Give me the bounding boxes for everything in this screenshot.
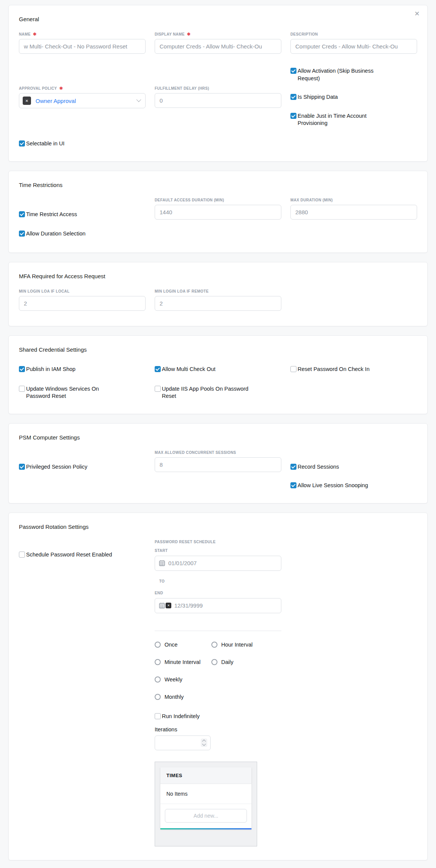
min-login-loa-local-input[interactable]: [19, 296, 146, 311]
psm-card: PSM Computer Settings Privileged Session…: [8, 423, 428, 503]
section-title-shared-credential: Shared Credential Settings: [19, 346, 417, 353]
default-access-duration-field-group: DEFAULT ACCESS DURATION (MIN): [155, 198, 281, 220]
iterations-input[interactable]: [155, 736, 193, 750]
end-date-value: 12/31/9999: [174, 602, 203, 609]
min-login-loa-remote-input[interactable]: [155, 296, 281, 311]
checkbox-schedule-password-reset[interactable]: Schedule Password Reset Enabled: [19, 551, 146, 559]
radio-once[interactable]: Once: [155, 642, 211, 648]
checkbox-is-shipping-data[interactable]: Is Shipping Data: [290, 94, 417, 101]
checkbox-icon: [19, 140, 25, 146]
display-name-input[interactable]: [155, 39, 281, 54]
times-panel: TIMES No Items: [155, 762, 257, 846]
radio-icon: [155, 659, 161, 665]
radio-label: Once: [164, 642, 178, 648]
chevron-down-icon: [137, 97, 141, 102]
section-title-general: General: [19, 16, 417, 22]
name-field-group: NAME ✱: [19, 32, 146, 54]
general-card: ✕ General NAME ✱ APPROVAL POLICY ✱: [8, 5, 428, 162]
min-login-loa-remote-label: MIN LOGIN LOA IF REMOTE: [155, 289, 209, 293]
remove-tag-icon[interactable]: ✕: [25, 99, 28, 103]
name-label: NAME: [19, 32, 31, 36]
times-table-header: TIMES: [160, 767, 251, 784]
max-concurrent-sessions-input[interactable]: [155, 457, 281, 472]
description-input[interactable]: [290, 39, 417, 54]
approval-policy-select[interactable]: ✕ Owner Approval: [19, 93, 146, 108]
clear-date-icon[interactable]: ✕: [166, 603, 171, 608]
radio-label: Hour Interval: [221, 642, 253, 648]
fulfillment-delay-input[interactable]: [155, 93, 281, 108]
psm-col-1: Privileged Session Policy: [19, 450, 146, 471]
max-concurrent-sessions-field-group: MAX ALLOWED CONCURRENT SESSIONS: [155, 450, 281, 472]
iterations-stepper[interactable]: [155, 736, 211, 750]
start-date-value: 01/01/2007: [168, 560, 197, 566]
checkbox-icon: [155, 366, 161, 372]
checkbox-update-windows-services[interactable]: Update Windows Services On Password Rese…: [19, 385, 146, 400]
time-restrictions-col-1: Time Restrict Access: [19, 198, 146, 218]
required-asterisk: ✱: [33, 32, 37, 36]
checkbox-selectable-in-ui[interactable]: Selectable in UI: [19, 140, 146, 148]
checkbox-allow-activation[interactable]: Allow Activation (Skip Business Request): [290, 67, 417, 82]
end-date-input[interactable]: ✕ 12/31/9999: [155, 598, 281, 613]
checkbox-label: Allow Multi Check Out: [162, 366, 216, 373]
section-title-psm: PSM Computer Settings: [19, 434, 417, 441]
max-concurrent-sessions-label: MAX ALLOWED CONCURRENT SESSIONS: [155, 450, 236, 455]
radio-hour-interval[interactable]: Hour Interval: [211, 642, 281, 648]
name-input[interactable]: [19, 39, 146, 54]
min-login-loa-remote-field-group: MIN LOGIN LOA IF REMOTE: [155, 289, 281, 311]
checkbox-reset-password-on-check-in[interactable]: Reset Password On Check In: [290, 366, 417, 373]
section-title-password-rotation: Password Rotation Settings: [19, 524, 417, 530]
description-label: DESCRIPTION: [290, 32, 318, 36]
start-date-input[interactable]: 01/01/2007: [155, 556, 281, 571]
checkbox-label: Allow Live Session Snooping: [298, 482, 368, 489]
password-reset-schedule-label: PASSWORD RESET SCHEDULE: [155, 540, 281, 544]
close-icon[interactable]: ✕: [414, 11, 420, 17]
checkbox-enable-jit-provisioning[interactable]: Enable Just in Time Account Provisioning: [290, 112, 417, 127]
checkbox-label: Privileged Session Policy: [26, 463, 87, 471]
radio-minute-interval[interactable]: Minute Interval: [155, 659, 211, 665]
checkbox-allow-multi-check-out[interactable]: Allow Multi Check Out: [155, 366, 281, 373]
times-table: TIMES No Items: [160, 767, 251, 829]
stepper-down-icon[interactable]: [202, 742, 206, 746]
checkbox-update-iis-app-pools[interactable]: Update IIS App Pools On Password Reset: [155, 385, 281, 400]
radio-icon: [211, 642, 217, 648]
to-label: TO: [159, 579, 281, 583]
checkbox-label: Run Indefinitely: [162, 713, 200, 720]
checkbox-allow-live-session-snooping[interactable]: Allow Live Session Snooping: [290, 482, 417, 489]
checkbox-time-restrict-access[interactable]: Time Restrict Access: [19, 211, 146, 218]
checkbox-icon: [290, 366, 296, 372]
checkbox-allow-duration-selection[interactable]: Allow Duration Selection: [19, 230, 417, 238]
radio-monthly[interactable]: Monthly: [155, 694, 211, 700]
min-login-loa-local-label: MIN LOGIN LOA IF LOCAL: [19, 289, 70, 293]
display-name-field-group: DISPLAY NAME ✱: [155, 32, 281, 54]
checkbox-icon: [290, 68, 296, 74]
radio-weekly[interactable]: Weekly: [155, 676, 211, 683]
default-access-duration-input[interactable]: [155, 205, 281, 220]
checkbox-label: Record Sessions: [298, 463, 339, 471]
password-rotation-col-1: Schedule Password Reset Enabled: [19, 540, 146, 559]
general-col-3: DESCRIPTION Allow Activation (Skip Busin…: [290, 32, 417, 127]
checkbox-privileged-session-policy[interactable]: Privileged Session Policy: [19, 463, 146, 471]
approval-policy-value: Owner Approval: [36, 98, 137, 104]
display-name-label: DISPLAY NAME: [155, 32, 185, 36]
checkbox-icon: [290, 464, 296, 470]
checkbox-icon: [19, 386, 25, 392]
max-duration-input[interactable]: [290, 205, 417, 220]
radio-daily[interactable]: Daily: [211, 659, 281, 665]
times-add-input[interactable]: [165, 809, 247, 823]
calendar-icon: [159, 602, 165, 609]
mfa-card: MFA Required for Access Request MIN LOGI…: [8, 262, 428, 326]
time-restrictions-col-2: DEFAULT ACCESS DURATION (MIN): [155, 198, 281, 220]
required-asterisk: ✱: [59, 86, 63, 90]
password-rotation-card: Password Rotation Settings Schedule Pass…: [8, 513, 428, 860]
checkbox-record-sessions[interactable]: Record Sessions: [290, 463, 417, 471]
checkbox-publish-iam-shop[interactable]: Publish in IAM Shop: [19, 366, 146, 373]
fulfillment-delay-label: FULFILLMENT DELAY (HRS): [155, 86, 209, 90]
checkbox-run-indefinitely[interactable]: Run Indefinitely: [155, 713, 281, 720]
checkbox-icon: [155, 386, 161, 392]
stepper-arrows-icon[interactable]: [201, 739, 207, 747]
psm-col-2: MAX ALLOWED CONCURRENT SESSIONS: [155, 450, 281, 472]
password-rotation-col-2: PASSWORD RESET SCHEDULE START 01/0: [155, 540, 281, 846]
min-login-loa-local-field-group: MIN LOGIN LOA IF LOCAL: [19, 289, 146, 311]
max-duration-label: MAX DURATION (MIN): [290, 198, 333, 202]
checkbox-icon: [19, 211, 25, 217]
